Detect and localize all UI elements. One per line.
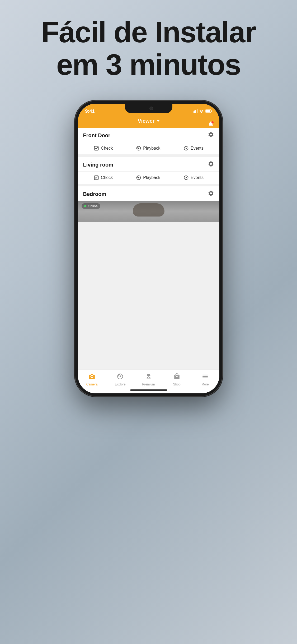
tab-camera[interactable]: Camera: [78, 373, 106, 386]
camera-tab-label: Camera: [86, 383, 98, 386]
check-button[interactable]: Check: [93, 145, 113, 151]
events-button-2[interactable]: Events: [183, 175, 204, 181]
svg-rect-14: [94, 176, 98, 180]
hero-title: Fácil de Instalar em 3 minutos: [11, 16, 286, 81]
action-buttons-living-room: Check Playback: [78, 171, 219, 184]
svg-point-8: [211, 121, 214, 123]
camera-name-bedroom: Bedroom: [83, 191, 106, 197]
svg-rect-3: [197, 109, 197, 113]
settings-icon-front-door[interactable]: [208, 131, 214, 139]
explore-tab-label: Explore: [115, 383, 126, 386]
phone-scene: 9:41: [46, 100, 252, 397]
tab-more[interactable]: More: [191, 373, 219, 386]
status-icons: [193, 109, 212, 114]
events-icon-2: [183, 175, 189, 181]
camera-name-living-room: Living room: [83, 162, 113, 168]
wifi-icon: [199, 109, 204, 114]
camera-header-front-door: Front Door: [78, 128, 219, 142]
check-icon: [93, 145, 99, 151]
online-badge-bedroom: Online: [82, 203, 101, 209]
camera-name-front-door: Front Door: [83, 132, 110, 139]
settings-icon-living-room[interactable]: [208, 161, 214, 169]
shop-tab-icon: [173, 373, 180, 381]
tab-explore[interactable]: Explore: [106, 373, 134, 386]
svg-rect-0: [193, 111, 194, 113]
svg-rect-2: [195, 110, 196, 113]
playback-icon: [136, 145, 142, 151]
signal-icon: [193, 109, 197, 114]
svg-marker-16: [138, 177, 140, 179]
tab-shop[interactable]: Shop: [163, 373, 191, 386]
check-button-2[interactable]: Check: [93, 175, 113, 181]
playback-button-2[interactable]: Playback: [136, 175, 160, 181]
playback-button[interactable]: Playback: [136, 145, 160, 151]
camera-card-bedroom: Bedroom Online: [78, 186, 219, 222]
premium-tab-label: Premium: [142, 383, 155, 386]
explore-tab-icon: [117, 373, 124, 381]
camera-feed-bedroom[interactable]: Online: [78, 201, 219, 222]
premium-tab-icon: [145, 373, 152, 381]
svg-rect-9: [94, 146, 98, 150]
action-buttons-front-door: Check Playback: [78, 142, 219, 154]
tab-premium[interactable]: Premium: [134, 373, 163, 386]
check-icon-2: [93, 175, 99, 181]
nav-bar: Viewer: [78, 116, 219, 128]
camera-header-living-room: Living room: [78, 157, 219, 171]
phone-notch: [125, 104, 172, 113]
svg-rect-7: [211, 111, 212, 112]
svg-rect-6: [206, 110, 210, 112]
camera-card-front-door: Front Door: [78, 128, 219, 154]
svg-point-4: [201, 112, 202, 113]
svg-marker-18: [186, 177, 187, 179]
more-tab-icon: [202, 373, 209, 381]
battery-icon: [205, 109, 212, 114]
camera-header-bedroom: Bedroom: [78, 186, 219, 201]
nav-title: Viewer: [138, 118, 159, 124]
hero-section: Fácil de Instalar em 3 minutos: [0, 16, 297, 81]
home-indicator: [130, 389, 167, 391]
cat-shape: [133, 203, 164, 217]
playback-icon-2: [136, 175, 142, 181]
nav-dropdown-icon[interactable]: [157, 120, 159, 122]
shop-tab-label: Shop: [173, 383, 181, 386]
events-button[interactable]: Events: [183, 145, 204, 151]
svg-marker-11: [138, 148, 140, 149]
online-dot-3: [84, 205, 86, 207]
camera-tab-icon: [88, 373, 95, 381]
svg-rect-1: [194, 111, 195, 113]
phone-device: 9:41: [75, 100, 223, 397]
events-icon: [183, 145, 189, 151]
online-text-3: Online: [88, 204, 98, 208]
camera-list: Front Door: [78, 128, 219, 373]
status-time: 9:41: [85, 109, 95, 114]
svg-marker-13: [186, 148, 187, 149]
more-tab-label: More: [201, 383, 209, 386]
camera-card-living-room: Living room: [78, 157, 219, 184]
settings-icon-bedroom[interactable]: [208, 190, 214, 198]
phone-screen: 9:41: [78, 104, 219, 393]
front-camera: [149, 107, 153, 110]
bell-icon[interactable]: [208, 121, 214, 128]
